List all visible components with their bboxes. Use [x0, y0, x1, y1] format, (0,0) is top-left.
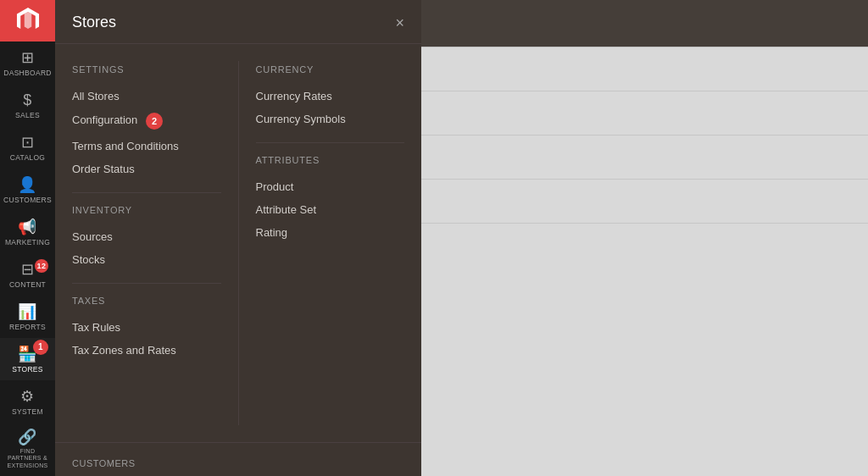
currency-rates-link[interactable]: Currency Rates [256, 85, 405, 108]
marketing-icon: 📢 [18, 219, 37, 235]
right-divider-1 [256, 142, 405, 143]
content-icon: ⊟ [21, 262, 35, 277]
system-icon: ⚙ [20, 389, 35, 404]
stores-left-column: Settings All Stores Configuration 2 Term… [55, 61, 238, 425]
left-divider-2 [72, 283, 221, 284]
configuration-badge: 2 [146, 113, 163, 130]
stores-panel-body: Settings All Stores Configuration 2 Term… [55, 44, 421, 442]
attributes-heading: Attributes [256, 155, 405, 165]
magento-logo[interactable] [0, 0, 55, 42]
footer-label: CUSTOMERS [72, 458, 136, 468]
sidebar-item-dashboard[interactable]: ⊞ DASHBOARD [0, 42, 55, 84]
order-status-link[interactable]: Order Status [72, 158, 221, 180]
currency-heading: Currency [256, 64, 405, 75]
customers-icon: 👤 [18, 177, 37, 192]
sidebar-item-stores[interactable]: 🏪 STORES 1 [0, 338, 55, 380]
stores-panel: Stores × Settings All Stores Configurati… [55, 0, 421, 476]
sidebar-item-marketing[interactable]: 📢 MARKETING [0, 211, 55, 253]
sidebar-item-customers[interactable]: 👤 CUSTOMERS [0, 169, 55, 211]
product-link[interactable]: Product [256, 175, 405, 198]
stocks-link[interactable]: Stocks [72, 248, 221, 271]
tax-zones-link[interactable]: Tax Zones and Rates [72, 339, 221, 362]
sidebar-item-reports[interactable]: 📊 REPORTS [0, 296, 55, 338]
terms-link[interactable]: Terms and Conditions [72, 135, 221, 158]
find-icon: 🔗 [18, 429, 37, 445]
stores-right-column: Currency Currency Rates Currency Symbols… [239, 61, 422, 425]
inventory-heading: Inventory [72, 205, 221, 215]
dashboard-icon: ⊞ [21, 50, 35, 65]
sidebar: ⊞ DASHBOARD $ SALES ⊡ CATALOG 👤 CUSTOMER… [0, 0, 55, 476]
main-content: Options Options Information Store Mode S… [55, 0, 868, 476]
configuration-link[interactable]: Configuration 2 [72, 108, 221, 135]
stores-active-badge: 1 [33, 340, 48, 355]
sources-link[interactable]: Sources [72, 225, 221, 248]
taxes-heading: Taxes [72, 296, 221, 306]
sidebar-item-sales[interactable]: $ SALES [0, 84, 55, 126]
content-badge: 12 [35, 259, 48, 273]
footer-customers-item: CUSTOMERS [55, 451, 421, 475]
catalog-icon: ⊡ [21, 135, 35, 150]
stores-panel-title: Stores [72, 14, 116, 31]
attribute-set-link[interactable]: Attribute Set [256, 198, 405, 221]
stores-panel-header: Stores × [55, 0, 421, 44]
sidebar-item-system[interactable]: ⚙ SYSTEM [0, 380, 55, 423]
tax-rules-link[interactable]: Tax Rules [72, 316, 221, 339]
stores-panel-close-button[interactable]: × [395, 15, 404, 30]
rating-link[interactable]: Rating [256, 221, 405, 244]
sidebar-item-content[interactable]: ⊟ CONTENT 12 [0, 253, 55, 296]
left-divider-1 [72, 192, 221, 193]
settings-heading: Settings [72, 64, 221, 75]
all-stores-link[interactable]: All Stores [72, 85, 221, 108]
sales-icon: $ [23, 92, 32, 108]
sidebar-item-find[interactable]: 🔗 FIND PARTNERS & EXTENSIONS [0, 423, 55, 476]
sidebar-item-catalog[interactable]: ⊡ CATALOG [0, 126, 55, 169]
reports-icon: 📊 [18, 304, 37, 319]
stores-panel-footer: CUSTOMERS [55, 442, 421, 476]
currency-symbols-link[interactable]: Currency Symbols [256, 108, 405, 130]
